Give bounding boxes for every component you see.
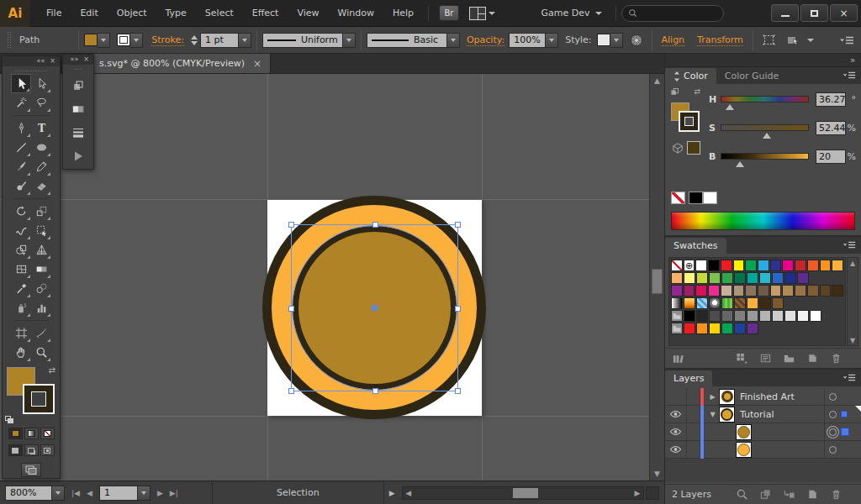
s-slider[interactable] xyxy=(721,124,809,131)
swatches-panel-menu-button[interactable] xyxy=(843,240,856,249)
transform-panel-link[interactable]: Transform xyxy=(697,34,743,46)
swatch[interactable] xyxy=(695,260,707,271)
swatch[interactable] xyxy=(709,323,721,334)
white-swatch[interactable] xyxy=(703,192,717,204)
swatch[interactable] xyxy=(709,272,721,284)
selection-indicator[interactable] xyxy=(841,411,848,417)
swatch[interactable] xyxy=(772,310,784,322)
layer-thumbnail[interactable] xyxy=(719,389,735,405)
magic-wand-tool[interactable] xyxy=(11,93,31,113)
swatch[interactable] xyxy=(759,310,771,322)
lock-toggle[interactable] xyxy=(687,423,700,441)
swatch[interactable] xyxy=(759,297,771,309)
isolate-selected-object-button[interactable] xyxy=(786,34,800,46)
draw-normal-button[interactable] xyxy=(8,444,23,456)
scroll-up-icon[interactable]: ▲ xyxy=(848,258,858,268)
h-slider[interactable] xyxy=(721,96,809,102)
swatch[interactable] xyxy=(747,272,758,284)
menu-item-window[interactable]: Window xyxy=(329,8,383,18)
perspective-grid-tool[interactable] xyxy=(31,240,51,260)
selection-handle-ne[interactable] xyxy=(455,222,461,228)
fill-stroke-mini-icon[interactable] xyxy=(670,87,679,97)
draw-behind-button[interactable] xyxy=(24,444,39,456)
registration-swatch[interactable]: ⊕ xyxy=(684,260,695,271)
visibility-toggle[interactable] xyxy=(665,423,687,441)
tab-swatches[interactable]: Swatches xyxy=(665,238,726,254)
document-tab[interactable]: s.svg* @ 800% (CMYK/Preview) × xyxy=(91,54,271,73)
stroke-color-swatch[interactable] xyxy=(117,34,130,46)
last-artboard-button[interactable]: ▶| xyxy=(170,489,178,497)
default-fill-stroke-icon[interactable] xyxy=(5,416,14,424)
opacity-dropdown[interactable] xyxy=(546,33,558,48)
lock-toggle[interactable] xyxy=(687,388,700,406)
stroke-color-indicator[interactable] xyxy=(23,384,55,414)
layer-name[interactable]: Tutorial xyxy=(735,409,824,420)
zoom-tool[interactable] xyxy=(31,343,51,362)
swatch[interactable] xyxy=(795,285,806,297)
maximize-button[interactable] xyxy=(800,4,828,22)
menu-item-type[interactable]: Type xyxy=(156,8,196,18)
visibility-toggle[interactable] xyxy=(665,406,687,423)
swatch[interactable] xyxy=(684,310,695,322)
bounding-box-button[interactable] xyxy=(762,34,776,46)
stroke-panel-button[interactable] xyxy=(68,123,88,142)
lasso-tool[interactable] xyxy=(31,93,51,113)
swatch[interactable] xyxy=(795,260,806,271)
none-swatch[interactable] xyxy=(671,260,683,271)
direct-selection-tool[interactable] xyxy=(31,74,51,93)
selection-indicator[interactable] xyxy=(841,428,849,436)
panel-grip[interactable] xyxy=(75,66,82,71)
menu-item-select[interactable]: Select xyxy=(196,8,243,18)
swatch[interactable] xyxy=(772,297,784,309)
selection-handle-w[interactable] xyxy=(288,306,294,312)
delete-swatch-button[interactable] xyxy=(830,352,843,365)
swatch[interactable] xyxy=(721,310,733,322)
locate-object-button[interactable] xyxy=(736,488,748,501)
swatch[interactable] xyxy=(684,285,695,297)
swatch[interactable] xyxy=(807,260,819,271)
swatch[interactable] xyxy=(721,272,733,284)
tab-color[interactable]: Color xyxy=(665,68,716,84)
swatch[interactable] xyxy=(807,285,819,297)
swatch[interactable] xyxy=(745,285,757,297)
chevron-down-icon[interactable] xyxy=(807,39,814,42)
width-profile-dropdown[interactable] xyxy=(343,33,356,48)
lock-toggle[interactable] xyxy=(687,406,700,423)
gradient-tool[interactable] xyxy=(31,260,51,279)
menu-item-effect[interactable]: Effect xyxy=(243,8,288,18)
gradient-mode-button[interactable] xyxy=(24,428,39,439)
minimize-button[interactable] xyxy=(771,4,799,22)
black-swatch[interactable] xyxy=(689,192,703,204)
ellipse-tool[interactable] xyxy=(31,138,51,157)
swatch[interactable] xyxy=(810,310,821,322)
swatch[interactable] xyxy=(721,260,732,271)
canvas-viewport[interactable]: ▲ ▼ xyxy=(0,74,664,480)
scroll-up-icon[interactable]: ▲ xyxy=(650,74,664,87)
swatch[interactable] xyxy=(684,272,695,284)
brush-definition-dropdown[interactable] xyxy=(447,33,460,48)
artboard-number-dropdown[interactable] xyxy=(138,486,151,501)
swatch[interactable] xyxy=(770,285,782,297)
workspace-switcher[interactable]: Game Dev xyxy=(541,8,602,18)
swatch[interactable] xyxy=(747,310,758,322)
swatch[interactable] xyxy=(696,297,708,309)
swatch[interactable] xyxy=(721,323,733,334)
menu-item-object[interactable]: Object xyxy=(108,8,156,18)
close-panel-icon[interactable]: × xyxy=(50,58,55,65)
layer-row-2[interactable] xyxy=(665,423,861,441)
swatch[interactable] xyxy=(734,272,746,284)
swatch[interactable] xyxy=(820,285,832,297)
blend-tool[interactable] xyxy=(31,279,51,298)
show-swatch-kinds-button[interactable] xyxy=(736,352,748,365)
new-sublayer-button[interactable] xyxy=(783,488,795,501)
stroke-color-dropdown[interactable] xyxy=(130,33,143,48)
swatch[interactable] xyxy=(747,297,758,309)
swatch[interactable] xyxy=(684,323,695,334)
swatch[interactable] xyxy=(772,272,784,284)
panel-grip[interactable] xyxy=(14,68,48,73)
b-value-field[interactable]: 20 xyxy=(816,150,846,164)
panel-grip[interactable] xyxy=(7,31,11,50)
lock-toggle[interactable] xyxy=(687,441,700,459)
layer-thumbnail[interactable] xyxy=(719,407,735,423)
none-mode-button[interactable] xyxy=(40,428,55,439)
